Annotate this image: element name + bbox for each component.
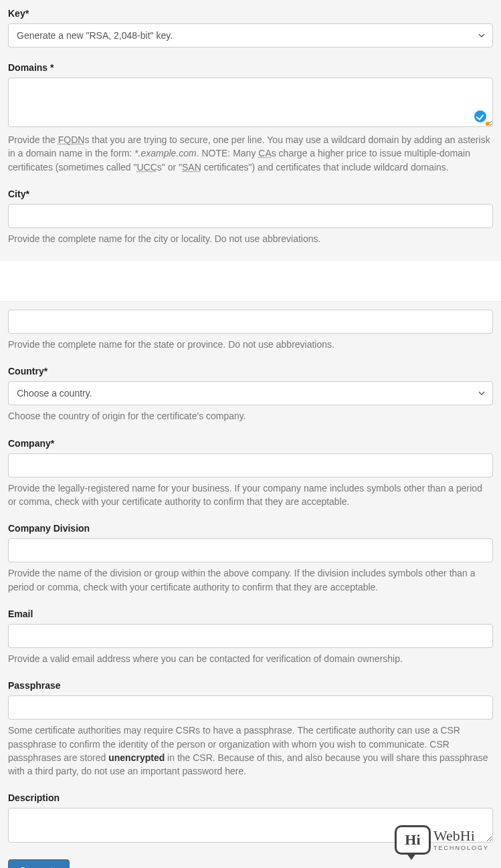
division-help: Provide the name of the division or grou…	[8, 566, 493, 594]
state-input[interactable]	[8, 310, 493, 334]
state-help: Provide the complete name for the state …	[8, 338, 493, 351]
abbr-san: SAN	[182, 162, 201, 173]
field-state: Provide the complete name for the state …	[8, 310, 493, 351]
email-help: Provide a valid email address where you …	[8, 652, 493, 665]
passphrase-help: Some certificate authorities may require…	[8, 724, 493, 778]
domains-help-part: . NOTE: Many	[197, 148, 259, 158]
grammar-dot-icon	[486, 122, 490, 126]
key-select[interactable]: Generate a new "RSA, 2,048-bit" key.	[8, 23, 493, 47]
passphrase-help-strong: unencrypted	[108, 752, 165, 763]
field-division: Company Division Provide the name of the…	[8, 523, 493, 594]
domains-help-part: certificates") and certificates that inc…	[201, 162, 449, 173]
grammar-check-icon	[474, 110, 486, 122]
field-domains: Domains * Provide the FQDNs that you are…	[8, 62, 493, 174]
domains-help: Provide the FQDNs that you are trying to…	[8, 133, 493, 174]
field-passphrase: Passphrase Some certificate authorities …	[8, 680, 493, 778]
field-key: Key* Generate a new "RSA, 2,048-bit" key…	[8, 8, 493, 47]
domains-label: Domains *	[8, 62, 493, 73]
city-label: City*	[8, 189, 493, 199]
abbr-ucc: UCC	[136, 162, 157, 173]
division-label: Company Division	[8, 523, 493, 534]
city-input[interactable]	[8, 204, 493, 228]
field-country: Country* Choose a country. Choose the co…	[8, 366, 493, 423]
domains-help-part: s" or "	[157, 162, 182, 173]
domains-example: *.example.com	[134, 148, 197, 158]
field-city: City* Provide the complete name for the …	[8, 189, 493, 245]
overlay-gap	[0, 260, 501, 302]
abbr-ca: CA	[258, 148, 271, 158]
passphrase-input[interactable]	[8, 695, 493, 720]
field-company: Company* Provide the legally-registered …	[8, 438, 493, 509]
email-label: Email	[8, 609, 493, 619]
division-input[interactable]	[8, 538, 493, 562]
abbr-fqdn: FQDN	[58, 134, 85, 145]
domains-help-part: Provide the	[8, 134, 58, 145]
key-label: Key*	[8, 8, 493, 19]
description-textarea[interactable]	[8, 808, 493, 843]
city-help: Provide the complete name for the city o…	[8, 232, 493, 245]
company-help: Provide the legally-registered name for …	[8, 481, 493, 509]
domains-wrapper	[8, 78, 493, 129]
passphrase-label: Passphrase	[8, 680, 493, 691]
description-label: Description	[8, 792, 493, 803]
company-label: Company*	[8, 438, 493, 449]
generate-button[interactable]: Generate	[8, 859, 70, 868]
csr-form: Key* Generate a new "RSA, 2,048-bit" key…	[0, 0, 501, 868]
field-description: Description	[8, 792, 493, 845]
country-help: Choose the country of origin for the cer…	[8, 409, 493, 423]
company-input[interactable]	[8, 453, 493, 477]
email-input[interactable]	[8, 624, 493, 648]
country-select[interactable]: Choose a country.	[8, 381, 493, 405]
domains-textarea[interactable]	[8, 78, 493, 127]
field-email: Email Provide a valid email address wher…	[8, 609, 493, 665]
country-label: Country*	[8, 366, 493, 376]
